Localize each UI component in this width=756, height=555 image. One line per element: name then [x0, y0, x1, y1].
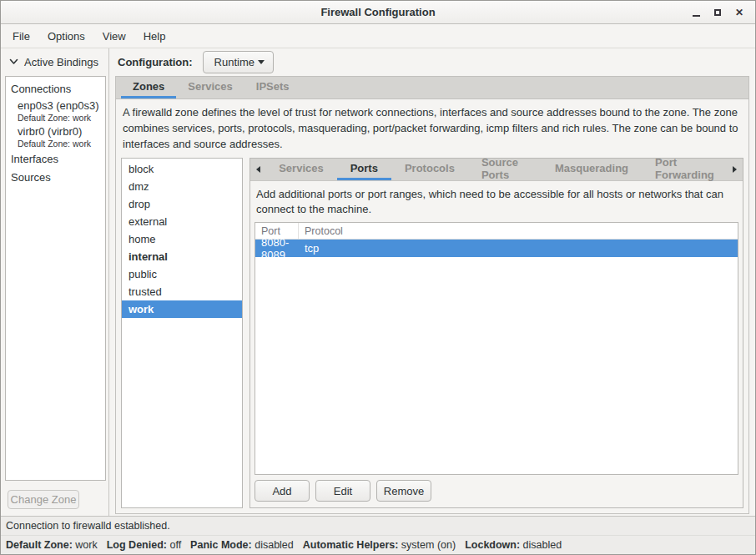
ports-table: PortProtocol 8080-8089tcp: [255, 222, 738, 475]
status-panic-mode-: Panic Mode: disabled: [190, 539, 294, 551]
zone-list-item-external[interactable]: external: [122, 213, 242, 230]
zone-settings-panel: ServicesPortsProtocolsSource PortsMasque…: [249, 158, 743, 508]
ports-action-buttons: AddEditRemove: [255, 480, 738, 502]
zone-list-item-work[interactable]: work: [122, 300, 242, 318]
sidebar-item-enp0s3-enp0s3-[interactable]: enp0s3 (enp0s3)Default Zone: work: [6, 98, 105, 124]
tab-services[interactable]: Services: [176, 77, 244, 98]
triangle-left-icon: [256, 166, 260, 173]
menu-view[interactable]: View: [95, 24, 134, 48]
close-icon: ✕: [735, 8, 743, 18]
firewalld-status-line: Default Zone: workLog Denied: offPanic M…: [1, 536, 755, 554]
content: Active Bindings Connectionsenp0s3 (enp0s…: [1, 48, 755, 516]
ports-table-header: PortProtocol: [255, 223, 738, 240]
sidebar-item-interfaces[interactable]: Interfaces: [6, 150, 105, 169]
zone-tab-source-ports[interactable]: Source Ports: [468, 159, 542, 180]
triangle-right-icon: [733, 166, 737, 173]
zone-list-item-internal[interactable]: internal: [122, 248, 242, 265]
zones-row: blockdmzdropexternalhomeinternalpublictr…: [121, 158, 743, 508]
edit-button[interactable]: Edit: [315, 480, 370, 502]
tabs-scroll-left-button[interactable]: [250, 159, 265, 180]
configuration-row: Configuration: Runtime: [109, 48, 755, 76]
close-button[interactable]: ✕: [728, 3, 750, 23]
zone-list-item-trusted[interactable]: trusted: [122, 283, 242, 300]
titlebar[interactable]: Firewall Configuration ✕: [1, 1, 755, 24]
zone-tab-masquerading[interactable]: Masquerading: [542, 159, 642, 180]
active-bindings-expander[interactable]: Active Bindings: [1, 48, 108, 75]
binding-default-zone: Default Zone: work: [18, 139, 105, 149]
remove-button[interactable]: Remove: [376, 480, 431, 502]
binding-label: enp0s3 (enp0s3): [18, 99, 105, 112]
maximize-button[interactable]: [707, 3, 728, 23]
tabs-scroll-right-button[interactable]: [728, 159, 743, 180]
zone-list-item-home[interactable]: home: [122, 230, 242, 248]
zone-tab-ports[interactable]: Ports: [337, 159, 391, 180]
change-zone-button[interactable]: Change Zone: [8, 490, 79, 509]
main-notebook: ZonesServicesIPSets A firewalld zone def…: [115, 76, 749, 514]
chevron-down-icon: [9, 58, 18, 65]
firewall-configuration-window: Firewall Configuration ✕ FileOptionsView…: [0, 0, 756, 555]
minimize-icon: [693, 15, 700, 17]
statusbar: Connection to firewalld established. Def…: [1, 516, 755, 554]
window-title: Firewall Configuration: [320, 6, 435, 18]
status-label: Default Zone:: [6, 539, 73, 551]
main-tabbar: ZonesServicesIPSets: [115, 76, 749, 98]
maximize-icon: [714, 9, 721, 16]
sidebar-item-virbr0-virbr0-[interactable]: virbr0 (virbr0)Default Zone: work: [6, 124, 105, 150]
binding-label: virbr0 (virbr0): [18, 125, 105, 138]
zone-settings-tabs: ServicesPortsProtocolsSource PortsMasque…: [265, 159, 728, 180]
cell-protocol: tcp: [299, 242, 319, 255]
menu-options[interactable]: Options: [40, 24, 93, 48]
window-controls: ✕: [685, 1, 750, 24]
status-label: Log Denied:: [107, 539, 167, 551]
zone-list: blockdmzdropexternalhomeinternalpublictr…: [121, 158, 243, 508]
sidebar: Active Bindings Connectionsenp0s3 (enp0s…: [1, 48, 109, 516]
zones-tab-content: A firewalld zone defines the level of tr…: [115, 98, 749, 514]
cell-port: 8080-8089: [255, 236, 299, 261]
menu-help[interactable]: Help: [136, 24, 174, 48]
ports-table-body: 8080-8089tcp: [255, 240, 738, 257]
status-label: Panic Mode:: [190, 539, 252, 551]
active-bindings-list: Connectionsenp0s3 (enp0s3)Default Zone: …: [5, 76, 106, 481]
sidebar-item-sources[interactable]: Sources: [6, 169, 105, 187]
sidebar-item-connections[interactable]: Connections: [6, 80, 105, 98]
configuration-label: Configuration:: [118, 56, 193, 68]
ports-description: Add additional ports or port ranges, whi…: [256, 187, 736, 217]
active-bindings-label: Active Bindings: [24, 56, 98, 68]
tab-zones[interactable]: Zones: [121, 77, 176, 98]
zone-tab-services[interactable]: Services: [265, 159, 337, 180]
status-label: Lockdown:: [465, 539, 520, 551]
binding-default-zone: Default Zone: work: [18, 113, 105, 123]
status-label: Automatic Helpers:: [303, 539, 399, 551]
configuration-dropdown-value: Runtime: [214, 56, 255, 68]
status-log-denied-: Log Denied: off: [107, 539, 181, 551]
zone-tab-port-forwarding[interactable]: Port Forwarding: [642, 159, 728, 180]
status-lockdown-: Lockdown: disabled: [465, 539, 562, 551]
column-header-protocol[interactable]: Protocol: [299, 223, 738, 239]
menubar: FileOptionsViewHelp: [1, 24, 755, 48]
main-panel: Configuration: Runtime ZonesServicesIPSe…: [109, 48, 755, 516]
tab-ipsets[interactable]: IPSets: [244, 77, 301, 98]
zone-list-item-dmz[interactable]: dmz: [122, 178, 242, 195]
status-default-zone-: Default Zone: work: [6, 539, 98, 551]
menu-file[interactable]: File: [5, 24, 38, 48]
configuration-dropdown[interactable]: Runtime: [203, 51, 274, 73]
zones-description: A firewalld zone defines the level of tr…: [123, 104, 742, 152]
chevron-down-icon: [258, 60, 265, 64]
add-button[interactable]: Add: [255, 480, 310, 502]
table-row[interactable]: 8080-8089tcp: [255, 240, 738, 257]
minimize-button[interactable]: [685, 3, 707, 23]
zone-list-item-drop[interactable]: drop: [122, 195, 242, 213]
zone-tab-protocols[interactable]: Protocols: [391, 159, 468, 180]
zone-settings-tabbar: ServicesPortsProtocolsSource PortsMasque…: [250, 159, 743, 181]
connection-status: Connection to firewalld established.: [1, 517, 755, 536]
zone-list-item-block[interactable]: block: [122, 160, 242, 178]
status-automatic-helpers-: Automatic Helpers: system (on): [303, 539, 456, 551]
zone-list-item-public[interactable]: public: [122, 265, 242, 283]
